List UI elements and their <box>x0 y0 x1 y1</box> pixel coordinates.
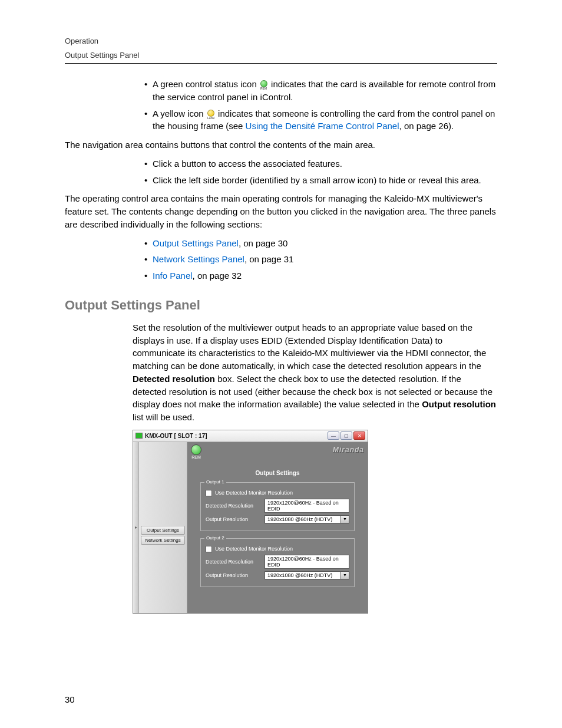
header-line1: Operation <box>65 35 497 47</box>
close-button[interactable]: ✕ <box>353 431 365 440</box>
detected-res-label: Detected Resolution <box>206 559 265 565</box>
bullet-text: A yellow icon Local indicates that someo… <box>153 107 497 133</box>
window-app-icon <box>135 433 143 439</box>
section-heading: Output Settings Panel <box>65 298 497 313</box>
bullet-icon: • <box>144 107 153 133</box>
group-legend: Output 2 <box>204 535 226 541</box>
xref-link[interactable]: Using the Densité Frame Control Panel <box>246 121 399 131</box>
output1-group: Output 1 Use Detected Monitor Resolution… <box>200 482 355 531</box>
xref-link[interactable]: Output Settings Panel <box>153 238 239 248</box>
main-panel: REM Miranda Output Settings Output 1 Use… <box>187 442 368 613</box>
output-res-label: Output Resolution <box>206 572 265 578</box>
para-operating: The operating control area contains the … <box>65 192 497 230</box>
panel-title: Output Settings <box>187 470 368 476</box>
detected-res-value: 1920x1200@60Hz - Based on EDID <box>265 555 349 569</box>
nav-output-settings[interactable]: Output Settings <box>141 526 185 535</box>
section-body: Set the resolution of the multiviewer ou… <box>133 321 497 424</box>
header-line2: Output Settings Panel <box>65 50 497 61</box>
xref-link[interactable]: Network Settings Panel <box>153 254 244 264</box>
output-res-select[interactable]: 1920x1080 @60Hz (HDTV) ▼ <box>265 515 349 523</box>
chevron-down-icon: ▼ <box>340 572 349 579</box>
window-titlebar: KMX-OUT [ SLOT : 17] — ▢ ✕ <box>133 430 368 442</box>
use-detected-checkbox[interactable] <box>206 490 212 496</box>
nav-network-settings[interactable]: Network Settings <box>141 536 185 545</box>
output-res-label: Output Resolution <box>206 516 265 522</box>
header-rule <box>65 63 497 64</box>
status-icon-rem: REM <box>191 444 201 459</box>
status-icon-green: REM <box>259 80 269 88</box>
xref-link[interactable]: Info Panel <box>153 271 193 281</box>
xref-bullets: • Output Settings Panel, on page 30 • Ne… <box>133 237 497 282</box>
window-title: KMX-OUT [ SLOT : 17] <box>145 433 326 439</box>
detected-res-label: Detected Resolution <box>206 503 265 509</box>
output-res-select[interactable]: 1920x1080 @60Hz (HDTV) ▼ <box>265 571 349 579</box>
use-detected-checkbox[interactable] <box>206 546 212 552</box>
para-nav: The navigation area contains buttons tha… <box>65 139 497 151</box>
status-icon-yellow: Local <box>206 110 216 118</box>
chevron-down-icon: ▼ <box>340 516 349 523</box>
intro-bullets: • A green control status icon REM indica… <box>133 78 497 133</box>
group-legend: Output 1 <box>204 479 226 485</box>
use-detected-label: Use Detected Monitor Resolution <box>215 490 293 496</box>
output2-group: Output 2 Use Detected Monitor Resolution… <box>200 538 355 587</box>
minimize-button[interactable]: — <box>328 431 339 440</box>
bullet-text: A green control status icon REM indicate… <box>153 78 497 104</box>
nav-bullets: • Click a button to access the associate… <box>133 157 497 187</box>
detected-res-value: 1920x1200@60Hz - Based on EDID <box>265 499 349 513</box>
page-number: 30 <box>65 694 75 704</box>
screenshot-window: KMX-OUT [ SLOT : 17] — ▢ ✕ ▸ Output Sett… <box>133 430 368 614</box>
brand-logo: Miranda <box>333 444 364 454</box>
use-detected-label: Use Detected Monitor Resolution <box>215 546 293 552</box>
nav-panel: Output Settings Network Settings <box>139 442 187 613</box>
bullet-icon: • <box>144 78 153 104</box>
maximize-button[interactable]: ▢ <box>340 431 352 440</box>
collapse-handle[interactable]: ▸ <box>133 442 139 613</box>
header-section: Operation Output Settings Panel <box>65 35 497 64</box>
bullet-text: Click a button to access the associated … <box>153 157 497 170</box>
bullet-text: Click the left side border (identified b… <box>153 174 497 187</box>
